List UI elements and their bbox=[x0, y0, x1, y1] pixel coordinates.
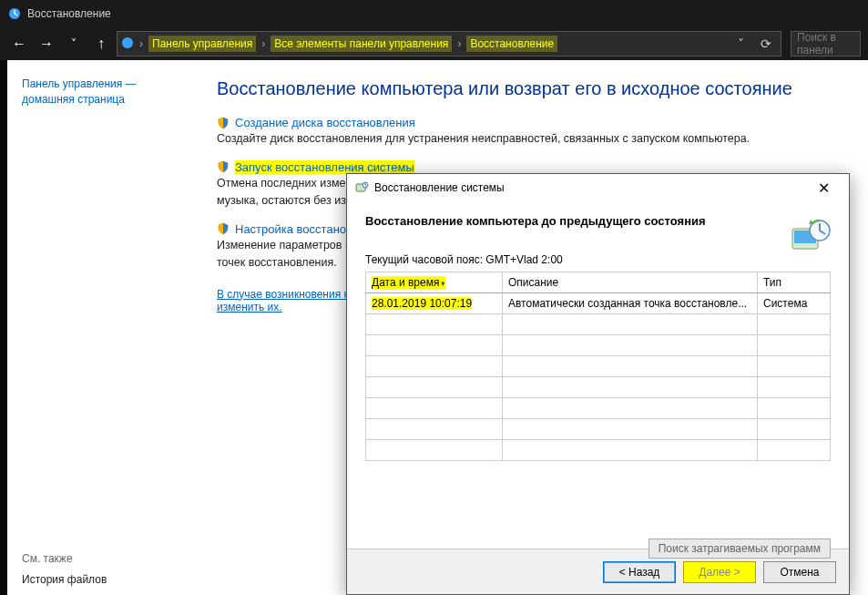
scan-affected-button[interactable]: Поиск затрагиваемых программ bbox=[648, 539, 831, 559]
shield-icon bbox=[217, 117, 230, 129]
nav-toolbar: ← → ˅ ↑ › Панель управления › Все элемен… bbox=[0, 27, 868, 60]
titlebar: Восстановление bbox=[0, 0, 868, 27]
file-history-link[interactable]: История файлов bbox=[22, 573, 107, 586]
column-header-date[interactable]: Дата и время▾ bbox=[366, 272, 503, 293]
svg-point-1 bbox=[122, 37, 133, 48]
cancel-button[interactable]: Отмена bbox=[763, 561, 836, 583]
dialog-titlebar: Восстановление системы ✕ bbox=[347, 174, 849, 201]
other-options-link-1[interactable]: В случае возникновения н bbox=[217, 288, 350, 301]
table-row: . bbox=[366, 419, 831, 440]
back-button[interactable]: < Назад bbox=[603, 561, 676, 583]
restore-icon bbox=[354, 180, 369, 197]
timezone-label: Текущий часовой пояс: GMT+Vlad 2:00 bbox=[365, 253, 831, 266]
recovery-icon bbox=[7, 6, 22, 21]
sidebar: Панель управления — домашняя страница См… bbox=[7, 60, 189, 595]
table-row: . bbox=[366, 335, 831, 356]
nav-recent-button[interactable]: ˅ bbox=[62, 32, 86, 56]
chevron-right-icon: › bbox=[260, 37, 267, 50]
create-recovery-drive-desc: Создайте диск восстановления для устране… bbox=[217, 131, 841, 148]
page-title: Восстановление компьютера или возврат ег… bbox=[217, 78, 841, 99]
restore-point-type: Система bbox=[758, 293, 831, 314]
column-header-desc[interactable]: Описание bbox=[503, 272, 758, 293]
chevron-right-icon: › bbox=[138, 37, 145, 50]
breadcrumb[interactable]: Панель управления bbox=[148, 36, 256, 52]
search-placeholder: Поиск в панели bbox=[797, 31, 854, 56]
table-row: . bbox=[366, 440, 831, 461]
restore-points-table[interactable]: Дата и время▾ Описание Тип 28.01.2019 10… bbox=[365, 272, 831, 461]
restore-point-date: 28.01.2019 10:07:19 bbox=[372, 297, 472, 310]
chevron-right-icon: › bbox=[455, 37, 463, 50]
table-row: . bbox=[366, 377, 831, 398]
dialog-heading: Восстановление компьютера до предыдущего… bbox=[365, 214, 831, 228]
table-row: . bbox=[366, 398, 831, 419]
table-row[interactable]: 28.01.2019 10:07:19 Автоматически создан… bbox=[366, 293, 831, 314]
table-row: . bbox=[366, 356, 831, 377]
restore-point-desc: Автоматически созданная точка восстановл… bbox=[503, 293, 758, 314]
search-input[interactable]: Поиск в панели bbox=[791, 31, 861, 56]
control-panel-home-link[interactable]: Панель управления — домашняя страница bbox=[22, 77, 137, 106]
system-restore-link[interactable]: Запуск восстановления системы bbox=[235, 160, 414, 174]
other-options-link-2[interactable]: изменить их. bbox=[217, 301, 282, 313]
see-also-label: См. также bbox=[22, 552, 175, 565]
refresh-button[interactable]: ⟳ bbox=[755, 33, 777, 55]
breadcrumb[interactable]: Все элементы панели управления bbox=[271, 36, 452, 52]
next-button[interactable]: Далее > bbox=[683, 561, 756, 583]
shield-icon bbox=[217, 160, 230, 173]
address-dropdown-button[interactable]: ˅ bbox=[730, 33, 751, 55]
breadcrumb[interactable]: Восстановление bbox=[466, 36, 557, 52]
address-bar[interactable]: › Панель управления › Все элементы панел… bbox=[117, 31, 781, 56]
recovery-icon bbox=[121, 36, 134, 52]
nav-up-button[interactable]: ↑ bbox=[89, 32, 113, 56]
create-recovery-drive-link[interactable]: Создание диска восстановления bbox=[235, 116, 415, 129]
dialog-title: Восстановление системы bbox=[374, 181, 505, 194]
shield-icon bbox=[217, 222, 230, 235]
close-button[interactable]: ✕ bbox=[805, 175, 842, 200]
restore-large-icon bbox=[789, 214, 832, 258]
nav-forward-button[interactable]: → bbox=[35, 32, 58, 56]
table-row: . bbox=[366, 314, 831, 335]
system-restore-dialog: Восстановление системы ✕ Восстановление … bbox=[346, 173, 850, 595]
window-title: Восстановление bbox=[27, 7, 111, 20]
nav-back-button[interactable]: ← bbox=[7, 32, 31, 56]
column-header-type[interactable]: Тип bbox=[758, 272, 831, 293]
dialog-body: Восстановление компьютера до предыдущего… bbox=[347, 201, 849, 549]
